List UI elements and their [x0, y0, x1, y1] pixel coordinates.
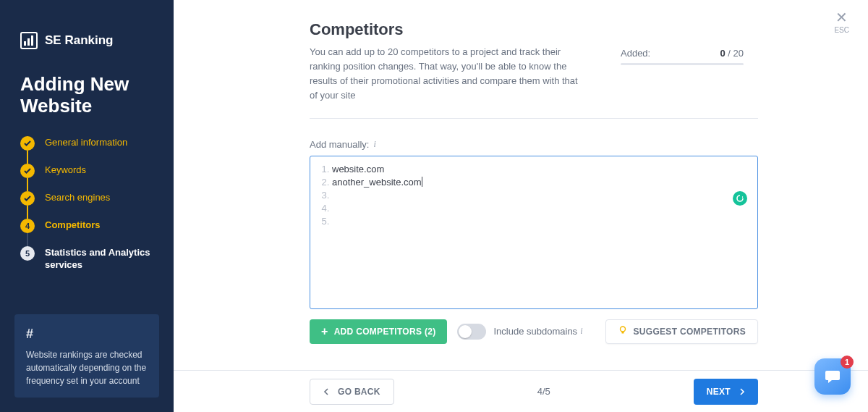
toggle-label: Include subdomains: [493, 326, 577, 337]
step-number-icon: 4: [20, 219, 35, 233]
tip-box: # Website rankings are checked automatic…: [14, 314, 159, 398]
toggle-knob: [459, 325, 472, 338]
suggest-competitors-button[interactable]: SUGGEST COMPETITORS: [605, 319, 759, 344]
wizard-steps: General information Keywords Search engi…: [20, 136, 153, 272]
divider: [310, 118, 758, 119]
step-label: Search engines: [45, 191, 110, 204]
info-icon[interactable]: i: [373, 139, 375, 150]
page-description: You can add up to 20 competitors to a pr…: [310, 45, 584, 104]
manual-line: another_website.com: [332, 177, 422, 188]
go-back-button[interactable]: GO BACK: [310, 379, 394, 405]
chat-button[interactable]: 1: [814, 358, 851, 395]
next-label: NEXT: [707, 387, 731, 397]
check-icon: [20, 136, 35, 151]
close-icon: ✕: [835, 10, 848, 25]
step-general-information[interactable]: General information: [20, 136, 153, 151]
footer: GO BACK 4/5 NEXT: [174, 370, 868, 412]
page-indicator: 4/5: [537, 386, 550, 397]
step-search-engines[interactable]: Search engines: [20, 191, 153, 206]
add-button-label: ADD COMPETITORS (2): [334, 327, 436, 337]
page-title: Competitors: [310, 20, 758, 39]
brand: SE Ranking: [20, 32, 153, 49]
manual-line: website.com: [332, 164, 384, 175]
check-icon: [20, 191, 35, 206]
step-label: Statistics and Analytics services: [45, 246, 153, 272]
main: ✕ ESC Competitors You can add up to 20 c…: [174, 0, 868, 412]
step-label: Keywords: [45, 164, 86, 177]
grammarly-icon[interactable]: [733, 191, 747, 206]
step-connector: [27, 151, 28, 164]
text-caret: [422, 177, 422, 187]
suggest-button-label: SUGGEST COMPETITORS: [634, 327, 746, 337]
wizard-title: Adding New Website: [20, 74, 153, 117]
progress-bar: [621, 63, 744, 65]
chat-icon: [824, 368, 841, 385]
svg-rect-1: [24, 41, 26, 46]
sidebar: SE Ranking Adding New Website General in…: [0, 0, 174, 412]
added-value: 0: [720, 48, 725, 59]
step-connector: [27, 206, 28, 219]
notification-badge: 1: [841, 356, 854, 369]
step-number-icon: 5: [20, 246, 35, 261]
step-label: Competitors: [45, 219, 101, 232]
added-label: Added:: [621, 48, 650, 59]
next-button[interactable]: NEXT: [694, 379, 758, 405]
step-competitors[interactable]: 4 Competitors: [20, 219, 153, 233]
info-icon[interactable]: i: [580, 326, 582, 337]
added-counter: Added: 0 / 20: [621, 48, 744, 65]
manual-input[interactable]: website.com another_website.com: [310, 156, 758, 309]
include-subdomains-toggle[interactable]: [457, 324, 486, 340]
chevron-left-icon: [323, 388, 329, 395]
added-max: / 20: [728, 48, 744, 59]
step-label: General information: [45, 136, 127, 149]
close-label: ESC: [834, 26, 849, 34]
step-connector: [27, 233, 28, 246]
back-label: GO BACK: [338, 387, 380, 397]
chevron-right-icon: [739, 388, 745, 395]
svg-rect-2: [27, 38, 30, 46]
tip-text: Website rankings are checked automatical…: [26, 350, 146, 386]
step-connector: [27, 178, 28, 191]
svg-rect-5: [621, 332, 624, 334]
close-button[interactable]: ✕ ESC: [834, 10, 849, 34]
brand-logo-icon: [20, 32, 38, 49]
check-icon: [20, 164, 35, 178]
brand-name: SE Ranking: [45, 33, 113, 48]
svg-rect-3: [31, 35, 33, 46]
add-competitors-button[interactable]: + ADD COMPETITORS (2): [310, 319, 447, 344]
svg-point-4: [620, 327, 625, 332]
hash-icon: #: [26, 324, 148, 344]
step-statistics[interactable]: 5 Statistics and Analytics services: [20, 246, 153, 272]
manual-label: Add manually: i: [310, 139, 758, 150]
bulb-icon: [618, 325, 628, 337]
plus-icon: +: [321, 325, 328, 338]
step-keywords[interactable]: Keywords: [20, 164, 153, 178]
